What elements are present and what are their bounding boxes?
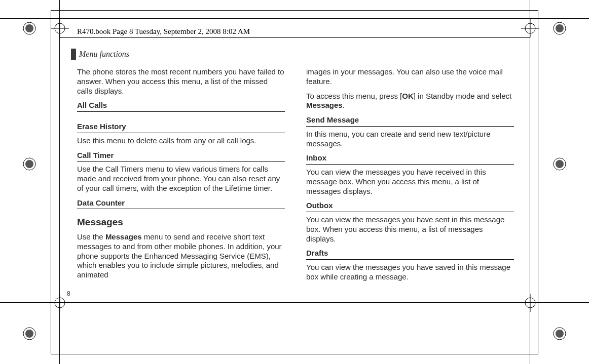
heading-outbox: Outbox [306,201,514,212]
registration-mark-icon [553,157,567,171]
access-part3: . [343,101,345,109]
access-part1: To access this menu, press [ [306,92,402,100]
heading-data-counter: Data Counter [77,198,285,210]
page-header-timestamp: R470.book Page 8 Tuesday, September 2, 2… [77,27,250,36]
crosshair-icon [521,294,539,312]
access-ok-bold: OK [402,92,414,100]
access-messages-bold: Messages [306,101,343,109]
inbox-body: You can view the messages you have recei… [306,168,514,196]
send-message-body: In this menu, you can create and send ne… [306,130,514,149]
crosshair-icon [521,19,539,37]
intro-paragraph: The phone stores the most recent numbers… [77,67,285,96]
heading-call-timer: Call Timer [77,151,285,162]
messages-body-part1: Use the [77,232,105,241]
header-rule [59,37,530,38]
drafts-body: You can view the messages you have saved… [306,263,514,282]
call-timer-body: Use the Call Timers menu to view various… [77,165,285,193]
heading-messages: Messages [77,216,285,228]
svg-point-9 [25,330,33,338]
heading-erase-history: Erase History [77,122,285,133]
crosshair-icon [51,294,69,312]
registration-mark-icon [22,327,36,341]
messages-body-bold: Messages [105,232,142,241]
access-part2: ] in Standby mode and select [414,92,511,100]
registration-mark-icon [553,21,567,35]
crosshair-icon [51,19,69,37]
column-right: images in your messages. You can also us… [306,67,514,287]
messages-body: Use the Messages menu to send and receiv… [77,232,285,280]
outbox-body: You can view the messages you have sent … [306,215,514,244]
registration-mark-icon [22,21,36,35]
heading-inbox: Inbox [306,153,514,165]
svg-point-3 [556,24,564,32]
section-marker-icon [71,49,76,60]
heading-drafts: Drafts [306,249,514,260]
registration-mark-icon [553,327,567,341]
page-number: 8 [67,290,70,297]
svg-point-11 [556,330,564,338]
section-title: Menu functions [79,50,129,59]
continuation-paragraph: images in your messages. You can also us… [306,67,514,87]
access-paragraph: To access this menu, press [OK] in Stand… [306,92,514,111]
svg-point-1 [25,24,33,32]
svg-point-5 [25,160,33,168]
svg-point-7 [556,160,564,168]
erase-history-body: Use this menu to delete calls from any o… [77,136,285,146]
column-left: The phone stores the most recent numbers… [77,67,285,287]
heading-send-message: Send Message [306,115,514,127]
text-columns: The phone stores the most recent numbers… [77,67,533,287]
heading-all-calls: All Calls [77,101,285,112]
registration-mark-icon [22,157,36,171]
